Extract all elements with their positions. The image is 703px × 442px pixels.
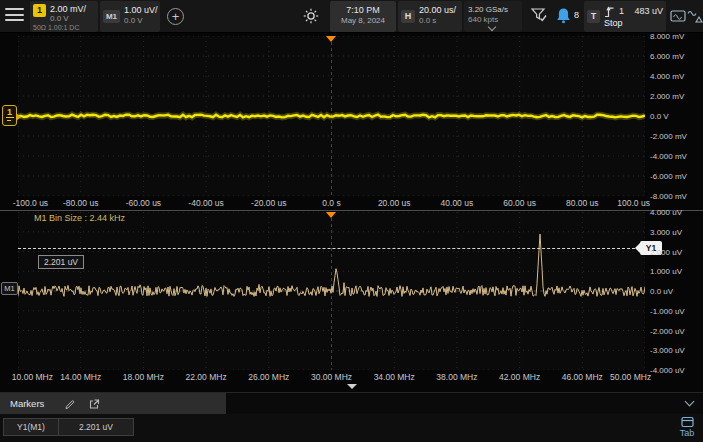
fft-x-tick-label: 46.00 MHz [562,372,603,382]
fft-x-tick-label: 26.00 MHz [248,372,289,382]
fft-x-tick-label: 38.00 MHz [436,372,477,382]
scope-grid [18,36,645,196]
scope-x-tick-label: 100.0 us [617,198,650,208]
math1-scale: 1.00 uV/ [124,5,158,15]
fft-x-tick-label: 18.00 MHz [123,372,164,382]
plot-divider [0,210,703,211]
edit-icon[interactable] [64,398,76,410]
fft-grid [18,212,645,370]
clock-button[interactable]: 7:10 PM May 8, 2024 [330,1,396,32]
acquisition-button[interactable]: 3.20 GSa/s 640 kpts [464,1,522,32]
bottom-panel-bar: Markers [0,392,703,414]
fft-y-tick-label: 2.000 uV [650,248,682,257]
ground-symbol-icon [6,117,14,122]
trigger-source: 1 [619,6,624,16]
fft-x-tick-label: 22.00 MHz [186,372,227,382]
open-in-new-icon[interactable] [88,398,100,410]
channel1-button[interactable]: 1 2.00 mV/ 0.0 V 50Ω 1.00:1 DC [30,1,98,32]
scope-y-tick-label: -4.000 mV [650,152,687,161]
scope-x-tick-label: 60.00 us [503,198,536,208]
marker-result-name: Y1(M1) [3,418,59,436]
marker-result-value: 2.201 uV [58,418,134,436]
scope-x-tick-label: 20.00 us [378,198,411,208]
brightness-icon[interactable] [303,8,319,24]
fft-plot[interactable]: M1 Bin Size : 2.44 kHz Y1 2.201 uV M1 [18,212,645,370]
fft-x-tick-label: 34.00 MHz [374,372,415,382]
channel1-ground-marker[interactable]: 1 [2,105,17,126]
math1-badge: M1 [103,10,120,23]
panel-chevron-button[interactable] [682,397,696,411]
chevron-down-icon [684,397,694,407]
fft-y-tick-label: -1.000 uV [650,307,685,316]
fft-x-tick-label: 14.00 MHz [60,372,101,382]
horizontal-badge: H [401,10,415,23]
fft-y-tick-label: 1.000 uV [650,267,682,276]
channel1-badge: 1 [33,4,46,17]
scope-x-tick-label: -60.00 us [126,198,161,208]
waveform-measure-icon[interactable] [687,9,703,24]
fft-x-tick-label: 10.00 MHz [12,372,53,382]
fft-source-badge[interactable]: M1 [1,282,18,295]
menu-icon[interactable] [5,8,24,24]
math1-offset: 0.0 V [124,16,143,25]
top-bar: 1 2.00 mV/ 0.0 V 50Ω 1.00:1 DC M1 1.00 u… [0,0,703,33]
marker-value-readout[interactable]: 2.201 uV [38,255,84,269]
display-settings-icon[interactable] [670,9,686,24]
scope-x-tick-label: -20.00 us [251,198,286,208]
channel1-ground-label: 1 [3,107,16,117]
marker-results-row: Y1(M1) 2.201 uV Tab [0,414,703,442]
tab-button[interactable]: Tab [673,415,701,442]
filter-icon[interactable] [530,6,548,24]
fft-y-tick-label: 0.0 uV [650,287,673,296]
tab-button-label: Tab [680,428,695,438]
horizontal-timebase: 20.00 us/ [419,5,456,15]
tab-icon [681,416,694,428]
fft-y-tick-label: -2.000 uV [650,327,685,336]
horizontal-delay: 0.0 s [419,16,436,25]
scope-y-tick-label: -2.000 mV [650,132,687,141]
scope-y-tick-label: -8.000 mV [650,192,687,201]
fft-y-tick-label: 4.000 uV [650,208,682,217]
memory-depth: 640 kpts [468,15,498,24]
fft-y-tick-label: -4.000 uV [650,366,685,375]
scope-x-tick-label: -100.0 us [13,198,48,208]
scope-x-tick-label: -40.00 us [188,198,223,208]
fft-y-tick-label: 3.000 uV [650,228,682,237]
scope-y-tick-label: 8.000 mV [650,32,684,41]
fft-x-tick-label: 42.00 MHz [499,372,540,382]
trigger-button[interactable]: T 1 483 uV Stop [584,1,666,32]
collapse-panel-button[interactable] [326,381,378,392]
y1-marker-line[interactable] [18,248,640,249]
bell-icon[interactable] [556,7,571,24]
math1-button[interactable]: M1 1.00 uV/ 0.0 V [100,1,160,32]
scope-y-tick-label: 2.000 mV [650,92,684,101]
scope-x-tick-label: 80.00 us [566,198,599,208]
time-reference-marker[interactable] [326,36,336,42]
scope-plot[interactable]: 1 [18,36,645,196]
fft-x-tick-label: 30.00 MHz [311,372,352,382]
fft-x-tick-label: 50.00 MHz [610,372,651,382]
scope-x-tick-label: -80.00 us [63,198,98,208]
clock-time: 7:10 PM [330,5,396,15]
channel1-offset: 0.0 V [50,14,69,23]
fft-bin-size-annotation: M1 Bin Size : 2.44 kHz [34,213,125,223]
notification-count: 8 [574,10,579,20]
sample-rate: 3.20 GSa/s [468,5,508,14]
channel1-coupling: 50Ω 1.00:1 DC [33,24,79,31]
scope-y-tick-label: -6.000 mV [650,172,687,181]
trigger-run-state: Stop [604,18,623,28]
scope-y-tick-label: 4.000 mV [650,72,684,81]
trigger-badge: T [587,10,600,23]
markers-panel-title: Markers [10,398,44,409]
scope-x-tick-label: 0.0 s [322,198,340,208]
channel1-scale: 2.00 mV/ [50,4,86,14]
fft-y-tick-label: -3.000 uV [650,346,685,355]
scope-y-tick-label: 0.0 V [650,112,669,121]
fft-reference-marker[interactable] [326,212,336,218]
scope-y-tick-label: 6.000 mV [650,52,684,61]
markers-panel-tab[interactable]: Markers [0,393,226,415]
trigger-level: 483 uV [634,6,663,16]
chevron-down-icon [347,384,357,389]
add-waveform-icon[interactable]: + [167,8,184,25]
horizontal-button[interactable]: H 20.00 us/ 0.0 s [398,1,462,32]
